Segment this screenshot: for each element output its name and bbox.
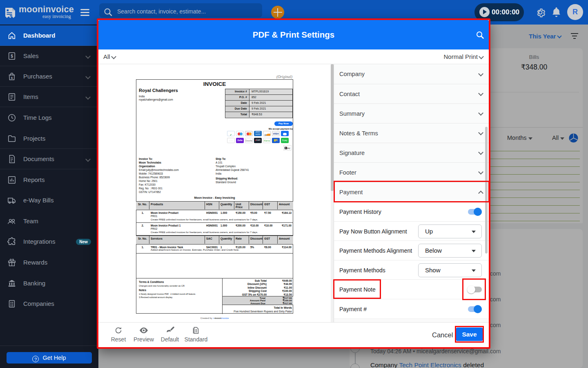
svg-text:$: $: [11, 76, 13, 80]
svg-text:$: $: [11, 54, 13, 58]
